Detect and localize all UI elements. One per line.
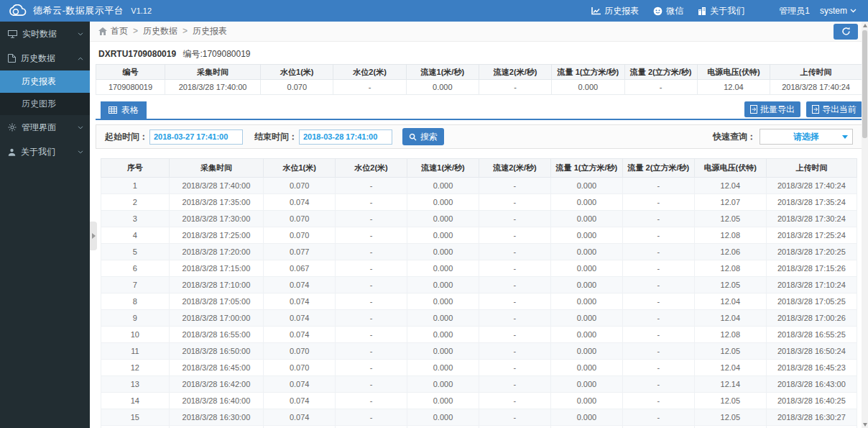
sidebar-item-history-data[interactable]: 历史数据 xyxy=(0,46,90,70)
column-header: 水位1(米) xyxy=(261,65,333,80)
table-cell: 0.000 xyxy=(407,194,479,211)
nav-link-history-report[interactable]: 历史报表 xyxy=(591,5,639,17)
export-icon xyxy=(812,105,819,114)
table-cell: 12.06 xyxy=(694,244,766,260)
user-icon xyxy=(8,148,16,156)
chevron-up-icon xyxy=(78,57,83,60)
search-button[interactable]: 搜索 xyxy=(402,128,444,145)
table-cell: 2018/3/28 17:10:00 xyxy=(169,277,264,293)
export-current-button[interactable]: 导出当前 xyxy=(806,101,862,117)
table-cell: - xyxy=(622,310,694,327)
table-cell: 2018/3/28 17:40:00 xyxy=(169,178,264,194)
nav-link-about-us[interactable]: 关于我们 xyxy=(698,5,744,17)
table-cell: 0.000 xyxy=(550,409,622,426)
table-cell: 12.04 xyxy=(694,360,766,376)
history-report-table: 序号采集时间水位1(米)水位2(米)流速1(米/秒)流速2(米/秒)流量 1(立… xyxy=(101,158,857,428)
table-cell: - xyxy=(336,393,407,409)
sidebar-item-about[interactable]: 关于我们 xyxy=(0,140,90,164)
sidebar-item-admin[interactable]: 管理界面 xyxy=(0,115,90,140)
table-cell: - xyxy=(622,227,694,244)
table-cell: 12.14 xyxy=(694,376,766,393)
table-cell: - xyxy=(479,178,550,194)
table-cell: 0.070 xyxy=(261,80,333,95)
table-cell: 0.000 xyxy=(550,260,622,277)
breadcrumb-home[interactable]: 首页 xyxy=(111,25,128,37)
sidebar-item-history-graph[interactable]: 历史图形 xyxy=(0,93,90,115)
end-time-label: 结束时间： xyxy=(254,131,297,143)
table-cell: 2018/3/28 16:42:00 xyxy=(169,376,264,393)
table-cell: 12.04 xyxy=(697,80,770,95)
sidebar-item-history-report[interactable]: 历史报表 xyxy=(0,70,90,93)
main-content: 首页 历史数据 历史报表 DXRTU1709080019 编号:17090800… xyxy=(90,22,868,428)
table-cell: - xyxy=(336,194,407,211)
refresh-button[interactable] xyxy=(834,24,858,40)
table-cell: 0.074 xyxy=(264,194,336,211)
device-title: DXRTU1709080019 编号:1709080019 xyxy=(90,42,868,64)
sidebar-item-realtime-data[interactable]: 实时数据 xyxy=(0,22,90,46)
table-cell: - xyxy=(622,194,694,211)
table-cell: 0.000 xyxy=(550,211,622,227)
table-cell: 0.074 xyxy=(264,293,336,310)
table-cell: - xyxy=(479,310,550,327)
table-row: 42018/3/28 17:25:000.070-0.000-0.000-12.… xyxy=(101,227,857,244)
table-cell: 0.000 xyxy=(407,277,479,293)
table-cell: 2018/3/28 17:05:25 xyxy=(766,293,857,310)
table-cell: 0.000 xyxy=(550,194,622,211)
column-header: 电源电压(伏特) xyxy=(694,159,766,178)
navbar-user-area: 管理员1 system xyxy=(779,5,857,17)
table-cell: 0.000 xyxy=(407,327,479,343)
monitor-icon xyxy=(8,30,17,38)
table-cell: 2018/3/28 16:43:00 xyxy=(766,376,857,393)
vertical-scrollbar xyxy=(862,22,868,428)
table-cell: 11 xyxy=(101,343,170,360)
table-cell: - xyxy=(336,277,407,293)
table-cell: 2018/3/28 16:30:27 xyxy=(766,409,857,426)
end-time-input[interactable] xyxy=(299,129,392,145)
user-menu[interactable]: system xyxy=(820,6,857,16)
column-header: 序号 xyxy=(101,159,170,178)
column-header: 流速1(米/秒) xyxy=(407,159,479,178)
breadcrumb: 首页 历史数据 历史报表 xyxy=(90,22,868,42)
breadcrumb-history-data[interactable]: 历史数据 xyxy=(128,25,177,37)
table-cell: 0.000 xyxy=(550,426,622,428)
start-time-input[interactable] xyxy=(149,129,243,145)
export-icon xyxy=(750,105,757,114)
nav-link-wechat[interactable]: 微信 xyxy=(653,5,683,17)
table-cell: 2 xyxy=(101,194,170,211)
table-cell: 0.000 xyxy=(550,343,622,360)
table-cell: 0.000 xyxy=(550,227,622,244)
table-cell: - xyxy=(624,80,697,95)
device-name: DXRTU1709080019 xyxy=(98,49,176,59)
table-cell: 2018/3/28 17:20:25 xyxy=(766,244,857,260)
table-cell: 12.04 xyxy=(694,310,766,327)
table-cell: 0.000 xyxy=(406,80,479,95)
table-cell: 14 xyxy=(101,393,170,409)
table-cell: 2018/3/28 17:40:24 xyxy=(766,178,857,194)
table-cell: 4 xyxy=(101,227,170,244)
table-cell: 16 xyxy=(101,426,170,428)
table-cell: - xyxy=(622,327,694,343)
scrollbar-thumb[interactable] xyxy=(862,30,867,138)
table-cell: - xyxy=(479,327,550,343)
table-cell: 5 xyxy=(101,244,170,260)
table-row: 82018/3/28 17:05:000.074-0.000-0.000-12.… xyxy=(101,293,857,310)
table-cell: - xyxy=(336,409,407,426)
table-cell: 0.074 xyxy=(264,376,336,393)
table-cell: - xyxy=(336,178,407,194)
table-cell: 12.05 xyxy=(694,393,766,409)
table-cell: 0.000 xyxy=(550,376,622,393)
table-cell: - xyxy=(479,409,550,426)
table-cell: 0.067 xyxy=(264,260,336,277)
sidebar-collapse-handle[interactable] xyxy=(90,222,97,250)
table-cell: 7 xyxy=(101,277,170,293)
table-cell: - xyxy=(333,80,406,95)
tab-bar: 表格 批量导出 导出当前 xyxy=(96,101,862,120)
cloud-logo-icon xyxy=(7,4,27,18)
quick-query-select[interactable]: 请选择 xyxy=(760,129,853,145)
column-header: 水位2(米) xyxy=(336,159,407,178)
sidebar-submenu-history: 历史报表 历史图形 xyxy=(0,70,90,115)
tab-table[interactable]: 表格 xyxy=(101,101,147,119)
batch-export-button[interactable]: 批量导出 xyxy=(744,101,800,117)
scroll-up-arrow[interactable] xyxy=(862,22,868,29)
scroll-down-arrow[interactable] xyxy=(862,421,868,428)
